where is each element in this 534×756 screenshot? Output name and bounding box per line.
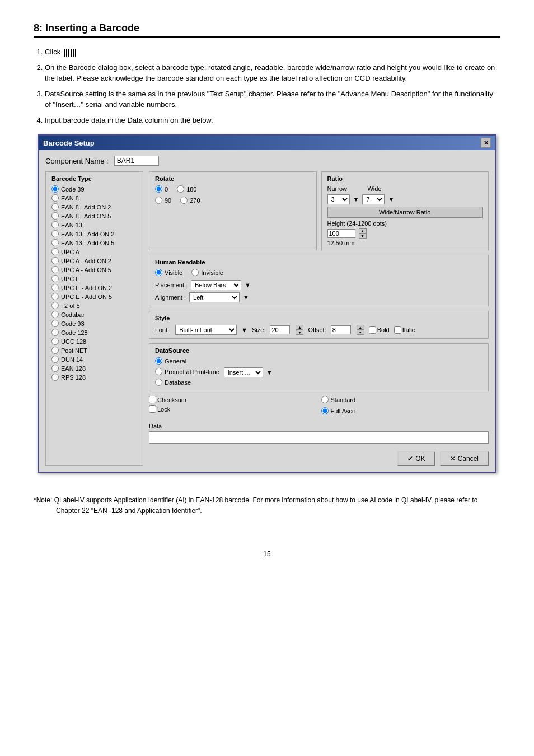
radio-upca-add2[interactable]: UPC A - Add ON 2 (51, 257, 137, 264)
dialog-content: Barcode Type Code 39 EAN 8 EAN 8 - Add O… (45, 171, 489, 466)
ok-cancel-row: ✔ OK ✕ Cancel (149, 451, 489, 466)
steps-list: Click On the Barcode dialog box, select … (45, 46, 500, 125)
radio-i2of5[interactable]: I 2 of 5 (51, 302, 137, 309)
size-spin-down[interactable]: ▼ (296, 330, 303, 335)
component-name-input[interactable] (114, 156, 159, 166)
dialog-title: Barcode Setup (43, 139, 95, 147)
barcode-setup-dialog: Barcode Setup ✕ Component Name : Barcode… (38, 134, 496, 473)
offset-spinner[interactable]: ▲ ▼ (357, 325, 364, 335)
radio-ean128[interactable]: EAN 128 (51, 365, 137, 372)
step-3: DataSource setting is the same as in the… (45, 88, 500, 110)
ok-check-icon: ✔ (407, 455, 413, 463)
component-row: Component Name : (45, 156, 489, 166)
height-input[interactable] (327, 229, 355, 238)
radio-ucc128[interactable]: UCC 128 (51, 338, 137, 345)
lock-checkbox[interactable] (149, 405, 156, 413)
bold-checkbox[interactable] (369, 326, 376, 334)
step-2: On the Barcode dialog box, select a barc… (45, 62, 500, 84)
size-spin-up[interactable]: ▲ (296, 325, 303, 330)
placement-row: Placement : Below Bars Above Bars None ▼ (155, 280, 483, 290)
radio-dun14[interactable]: DUN 14 (51, 356, 137, 363)
hr-visible[interactable]: Visible (155, 269, 182, 276)
lock-checkbox-label[interactable]: Lock (149, 405, 317, 413)
datasource-panel: DataSource General Prompt at Print-time … (149, 343, 489, 391)
bottom-section: Checksum Lock Standard Full Ascii (149, 396, 489, 416)
alignment-row: Alignment : Left Center Right ▼ (155, 292, 483, 302)
cancel-x-icon: ✕ (450, 455, 456, 463)
data-input[interactable] (149, 431, 489, 444)
datasource-title: DataSource (155, 347, 483, 354)
ok-button[interactable]: ✔ OK (397, 451, 435, 466)
height-spin-down[interactable]: ▼ (359, 234, 367, 239)
rotate-90[interactable]: 90 (155, 197, 171, 204)
ds-database[interactable]: Database (155, 379, 219, 386)
close-button[interactable]: ✕ (481, 138, 491, 148)
narrow-label: Narrow (327, 185, 347, 192)
standard-radio[interactable]: Standard (321, 396, 489, 403)
style-panel: Style Font : Built-in Font ▼ Size: ▲ ▼ (149, 311, 489, 339)
size-input[interactable] (270, 325, 290, 334)
rotate-0[interactable]: 0 (155, 185, 168, 193)
human-readable-panel: Human Readable Visible Invisible Placeme… (149, 255, 489, 306)
radio-ean13[interactable]: EAN 13 (51, 221, 137, 228)
ratio-narrow-wide-row: Narrow Wide (327, 185, 483, 192)
ds-general[interactable]: General (155, 357, 219, 365)
wide-select[interactable]: 759 (362, 194, 385, 204)
radio-code93[interactable]: Code 93 (51, 320, 137, 327)
rotate-panel: Rotate 0 180 90 (149, 171, 317, 250)
radio-code39[interactable]: Code 39 (51, 185, 137, 193)
checksum-checkbox[interactable] (149, 396, 156, 403)
radio-upca-add5[interactable]: UPC A - Add ON 5 (51, 266, 137, 273)
checksum-lock-panel: Checksum Lock (149, 396, 317, 416)
height-spinner[interactable]: ▲ ▼ (359, 228, 367, 239)
style-title: Style (155, 315, 483, 321)
alignment-select[interactable]: Left Center Right (189, 292, 240, 302)
fullascii-radio[interactable]: Full Ascii (321, 407, 489, 414)
rotate-270[interactable]: 270 (180, 197, 200, 204)
human-readable-title: Human Readable (155, 259, 483, 265)
rotate-180[interactable]: 180 (177, 185, 196, 193)
size-spinner[interactable]: ▲ ▼ (296, 325, 303, 335)
radio-upca[interactable]: UPC A (51, 248, 137, 255)
size-label: Size: (252, 326, 265, 333)
italic-checkbox-label[interactable]: Italic (394, 326, 415, 334)
height-mm: 12.50 mm (327, 240, 483, 246)
offset-input[interactable] (331, 325, 351, 334)
radio-ean13-add2[interactable]: EAN 13 - Add ON 2 (51, 230, 137, 237)
radio-upce-add5[interactable]: UPC E - Add ON 5 (51, 293, 137, 300)
radio-codabar[interactable]: Codabar (51, 311, 137, 318)
font-select[interactable]: Built-in Font (175, 325, 237, 335)
offset-label: Offset: (308, 326, 326, 333)
cancel-button[interactable]: ✕ Cancel (440, 451, 489, 466)
note: *Note: QLabel-IV supports Application Id… (34, 495, 500, 516)
checksum-checkbox-label[interactable]: Checksum (149, 396, 317, 403)
height-spin-up[interactable]: ▲ (359, 228, 367, 234)
radio-ean8-add2[interactable]: EAN 8 - Add ON 2 (51, 203, 137, 211)
font-label: Font : (155, 326, 171, 333)
insert-select[interactable]: Insert ... (224, 367, 263, 377)
bold-checkbox-label[interactable]: Bold (369, 326, 390, 334)
radio-postnet[interactable]: Post NET (51, 347, 137, 354)
ds-prompt[interactable]: Prompt at Print-time (155, 368, 219, 375)
radio-ean8-add5[interactable]: EAN 8 - Add ON 5 (51, 212, 137, 220)
top-row: Rotate 0 180 90 (149, 171, 489, 250)
font-dropdown-icon: ▼ (241, 326, 247, 333)
ratio-values-row: 324 ▼ 759 ▼ (327, 194, 483, 204)
italic-checkbox[interactable] (394, 326, 401, 334)
step-1: Click (45, 46, 500, 58)
height-row: Height (24-1200 dots) (327, 220, 483, 227)
radio-ean8[interactable]: EAN 8 (51, 194, 137, 202)
offset-spin-down[interactable]: ▼ (357, 330, 364, 335)
dialog-titlebar: Barcode Setup ✕ (39, 136, 495, 150)
narrow-select[interactable]: 324 (327, 194, 350, 204)
radio-upce-add2[interactable]: UPC E - Add ON 2 (51, 284, 137, 291)
radio-upce[interactable]: UPC E (51, 275, 137, 282)
hr-invisible[interactable]: Invisible (191, 269, 223, 276)
placement-select[interactable]: Below Bars Above Bars None (191, 280, 241, 290)
dropdown-icon2: ▼ (243, 294, 249, 301)
radio-rps128[interactable]: RPS 128 (51, 374, 137, 381)
radio-code128[interactable]: Code 128 (51, 329, 137, 336)
wide-label: Wide (367, 185, 381, 192)
radio-ean13-add5[interactable]: EAN 13 - Add ON 5 (51, 239, 137, 246)
offset-spin-up[interactable]: ▲ (357, 325, 364, 330)
